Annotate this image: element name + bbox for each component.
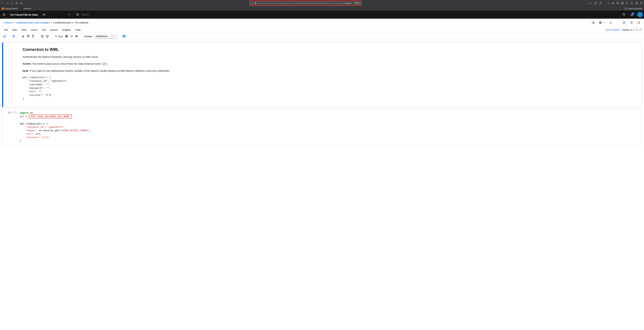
bookmarks-bar: Getting Started GitHub1s Other Bookmarks bbox=[0, 6, 644, 10]
search-input[interactable] bbox=[82, 13, 132, 16]
markdown-cell[interactable]: Connection to WML Authenticate the Watso… bbox=[2, 43, 642, 107]
svg-rect-30 bbox=[123, 36, 124, 36]
menu-edit[interactable]: Edit bbox=[10, 27, 19, 32]
other-bookmarks[interactable]: Other Bookmarks bbox=[625, 8, 642, 10]
download-nb-icon[interactable] bbox=[609, 21, 612, 24]
svg-point-8 bbox=[592, 22, 592, 23]
menubar-row: File Edit View Insert Cell Kernel Widget… bbox=[0, 27, 644, 33]
user-avatar[interactable] bbox=[636, 10, 644, 19]
svg-rect-31 bbox=[124, 36, 124, 36]
share-icon[interactable] bbox=[592, 21, 594, 24]
kernel-idle-icon bbox=[636, 28, 638, 31]
z-badge-icon[interactable]: Z bbox=[630, 2, 633, 4]
cell-prompt: In [ ]: bbox=[2, 110, 20, 145]
move-up-button[interactable] bbox=[40, 34, 45, 38]
save-dropdown[interactable] bbox=[599, 21, 605, 24]
download-icon[interactable] bbox=[607, 2, 610, 4]
menu-view[interactable]: View bbox=[19, 27, 28, 32]
breadcrumb: Projects / CreditRiskProject-cpd3.5updat… bbox=[4, 21, 88, 24]
breadcrumb-projects[interactable]: Projects bbox=[4, 21, 12, 24]
trust-status[interactable]: Not Trusted bbox=[606, 28, 619, 31]
firefox-icon bbox=[2, 8, 4, 10]
cell-type-select[interactable]: Markdown bbox=[94, 34, 118, 39]
svg-rect-28 bbox=[66, 36, 67, 37]
svg-rect-0 bbox=[255, 3, 256, 4]
svg-point-3 bbox=[622, 2, 623, 3]
menu-help[interactable]: Help bbox=[73, 27, 82, 32]
menu-widgets[interactable]: Widgets bbox=[60, 27, 73, 32]
scope-dropdown[interactable]: All bbox=[40, 10, 73, 19]
code-cell[interactable]: In [ ]: import os url = "PUT_YOUR_INSTAN… bbox=[2, 109, 642, 145]
chevron-down-icon bbox=[68, 14, 70, 16]
toolbar: Run Format Markdown bbox=[0, 33, 644, 40]
svg-point-15 bbox=[638, 23, 638, 24]
forward-icon[interactable] bbox=[6, 2, 9, 4]
bookmark-getting-started[interactable]: Getting Started bbox=[2, 8, 17, 10]
svg-point-20 bbox=[22, 36, 23, 37]
info-panel-icon[interactable] bbox=[622, 21, 626, 24]
svg-rect-11 bbox=[599, 22, 602, 24]
svg-rect-1 bbox=[617, 2, 619, 4]
reader-shield-icon[interactable] bbox=[594, 2, 597, 4]
code-body[interactable]: import os url = "PUT_YOUR_INSTANCE_URL_H… bbox=[20, 110, 642, 145]
svg-rect-22 bbox=[27, 36, 28, 37]
notifications-button[interactable]: 5 bbox=[628, 10, 636, 19]
cut-button[interactable] bbox=[20, 34, 26, 38]
browser-toolbar: https://zen-cpd-zen.jrtorres-cpd3-os45-v… bbox=[0, 0, 644, 6]
search-icon bbox=[76, 13, 79, 16]
svg-point-10 bbox=[594, 23, 594, 24]
shield-icon bbox=[251, 2, 254, 4]
zoom-badge[interactable]: 133% bbox=[354, 2, 360, 4]
command-palette-button[interactable] bbox=[121, 34, 127, 38]
restart-run-all-button[interactable] bbox=[74, 34, 79, 38]
history-icon[interactable] bbox=[630, 21, 633, 24]
menu-file[interactable]: File bbox=[2, 27, 10, 32]
svg-rect-32 bbox=[125, 36, 125, 36]
md-action: Action: You need to pass yours Cloud Pac… bbox=[23, 62, 170, 66]
svg-point-16 bbox=[639, 23, 640, 24]
insert-cell-button[interactable] bbox=[11, 34, 16, 38]
expand-icon[interactable] bbox=[639, 28, 642, 31]
reload-icon[interactable] bbox=[15, 2, 18, 4]
interrupt-button[interactable] bbox=[64, 34, 69, 38]
home-icon[interactable] bbox=[20, 2, 23, 4]
apps-icon[interactable] bbox=[637, 21, 640, 24]
wand-icon[interactable] bbox=[11, 2, 13, 4]
jobs-icon[interactable] bbox=[620, 10, 628, 19]
save-button[interactable] bbox=[2, 34, 7, 38]
sidebar-icon[interactable] bbox=[616, 2, 619, 4]
url-bar[interactable]: https://zen-cpd-zen.jrtorres-cpd3-os45-v… bbox=[249, 1, 362, 6]
md-heading: Connection to WML bbox=[23, 47, 170, 52]
kernel-name: Python 3.7 bbox=[622, 28, 634, 31]
run-button[interactable]: Run bbox=[54, 34, 64, 38]
move-down-button[interactable] bbox=[45, 34, 50, 38]
lock-icon bbox=[254, 2, 256, 4]
info-icon[interactable] bbox=[635, 2, 638, 4]
notification-badge: 5 bbox=[632, 12, 634, 15]
paste-button[interactable] bbox=[30, 34, 36, 38]
restart-button[interactable] bbox=[69, 34, 74, 38]
svg-point-14 bbox=[639, 22, 640, 22]
breadcrumb-project-name[interactable]: CreditRiskProject-cpd3.5updates bbox=[16, 21, 50, 24]
bookmark-github1s[interactable]: GitHub1s bbox=[20, 8, 31, 10]
hamburger-icon[interactable] bbox=[640, 2, 643, 4]
svg-point-21 bbox=[23, 36, 24, 37]
main-menu-button[interactable] bbox=[0, 13, 8, 16]
md-pre: wml_credentials = { "instance_id": "open… bbox=[23, 76, 170, 100]
menu-kernel[interactable]: Kernel bbox=[48, 27, 60, 32]
svg-rect-18 bbox=[4, 36, 5, 37]
menu-insert[interactable]: Insert bbox=[29, 27, 39, 32]
account-icon[interactable] bbox=[621, 2, 624, 4]
bookmark-star-icon[interactable] bbox=[599, 2, 602, 4]
copy-button[interactable] bbox=[26, 34, 30, 38]
library-icon[interactable] bbox=[612, 2, 614, 4]
gear-icon[interactable] bbox=[626, 2, 628, 4]
meatball-icon[interactable]: ••• bbox=[588, 2, 592, 4]
format-label: Format bbox=[84, 35, 92, 38]
cpd-header: IBM Cloud Pak for Data All 5 bbox=[0, 10, 644, 19]
menu-cell[interactable]: Cell bbox=[40, 27, 48, 32]
md-note: Note: If you want to use deployment sect… bbox=[23, 69, 170, 73]
svg-rect-17 bbox=[4, 35, 6, 37]
back-icon[interactable] bbox=[1, 2, 4, 4]
notebook-area: Connection to WML Authenticate the Watso… bbox=[0, 40, 644, 150]
